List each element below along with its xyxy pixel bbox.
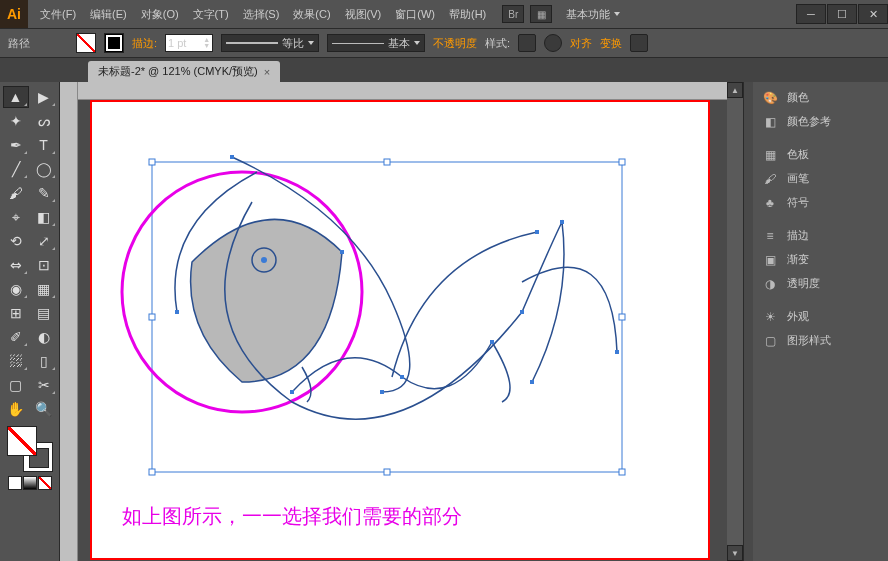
lasso-tool[interactable]: ᔕ: [31, 110, 57, 132]
appearance-icon: ☀: [761, 310, 779, 324]
menu-window[interactable]: 窗口(W): [389, 3, 441, 26]
column-graph-tool[interactable]: ▯: [31, 350, 57, 372]
menu-type[interactable]: 文字(T): [187, 3, 235, 26]
fill-stroke-control[interactable]: [7, 426, 53, 472]
artboard[interactable]: 如上图所示，一一选择我们需要的部分: [90, 100, 710, 560]
svg-rect-16: [380, 390, 384, 394]
panel-transparency[interactable]: ◑透明度: [753, 272, 888, 295]
gradient-tool[interactable]: ▤: [31, 302, 57, 324]
pencil-tool[interactable]: ✎: [31, 182, 57, 204]
maximize-button[interactable]: ☐: [827, 4, 857, 24]
artboard-tool[interactable]: ▢: [3, 374, 29, 396]
width-tool[interactable]: ⇔: [3, 254, 29, 276]
symbol-sprayer-tool[interactable]: ⛆: [3, 350, 29, 372]
workspace-switcher[interactable]: 基本功能: [566, 7, 620, 22]
isolate-icon[interactable]: [630, 34, 648, 52]
direct-selection-tool[interactable]: ▶: [31, 86, 57, 108]
stroke-swatch[interactable]: [104, 33, 124, 53]
opacity-label[interactable]: 不透明度: [433, 36, 477, 51]
document-tab-label: 未标题-2* @ 121% (CMYK/预览): [98, 64, 258, 79]
arrange-icon[interactable]: ▦: [530, 5, 552, 23]
close-button[interactable]: ✕: [858, 4, 888, 24]
workspace-label: 基本功能: [566, 7, 610, 22]
bridge-icon[interactable]: Br: [502, 5, 524, 23]
menu-view[interactable]: 视图(V): [339, 3, 388, 26]
magic-wand-tool[interactable]: ✦: [3, 110, 29, 132]
slice-tool[interactable]: ✂: [31, 374, 57, 396]
panel-stroke[interactable]: ≡描边: [753, 224, 888, 247]
vertical-scrollbar[interactable]: ▲ ▼: [727, 82, 743, 561]
rotate-tool[interactable]: ⟲: [3, 230, 29, 252]
hand-tool[interactable]: ✋: [3, 398, 29, 420]
menu-edit[interactable]: 编辑(E): [84, 3, 133, 26]
svg-rect-4: [149, 159, 155, 165]
scroll-down-button[interactable]: ▼: [727, 545, 743, 561]
eraser-tool[interactable]: ◧: [31, 206, 57, 228]
recolor-icon[interactable]: [544, 34, 562, 52]
transform-label[interactable]: 变换: [600, 36, 622, 51]
minimize-button[interactable]: ─: [796, 4, 826, 24]
scale-tool[interactable]: ⤢: [31, 230, 57, 252]
panel-symbols[interactable]: ♣符号: [753, 191, 888, 214]
chevron-down-icon: [614, 12, 620, 16]
gradient-mode-icon[interactable]: [23, 476, 37, 490]
menu-effect[interactable]: 效果(C): [287, 3, 336, 26]
ruler-horizontal[interactable]: [78, 82, 727, 100]
panel-graphic-styles[interactable]: ▢图形样式: [753, 329, 888, 352]
perspective-grid-tool[interactable]: ▦: [31, 278, 57, 300]
menu-select[interactable]: 选择(S): [237, 3, 286, 26]
type-tool[interactable]: T: [31, 134, 57, 156]
eyedropper-tool[interactable]: ✐: [3, 326, 29, 348]
panel-gradient[interactable]: ▣渐变: [753, 248, 888, 271]
app-logo: Ai: [0, 0, 28, 28]
ellipse-tool[interactable]: ◯: [31, 158, 57, 180]
svg-rect-7: [149, 314, 155, 320]
pen-tool[interactable]: ✒: [3, 134, 29, 156]
dock-collapse-strip[interactable]: [743, 82, 753, 561]
menu-object[interactable]: 对象(O): [135, 3, 185, 26]
svg-rect-5: [384, 159, 390, 165]
panel-color[interactable]: 🎨颜色: [753, 86, 888, 109]
artwork: [92, 102, 712, 561]
svg-rect-23: [530, 380, 534, 384]
svg-rect-13: [340, 250, 344, 254]
menu-file[interactable]: 文件(F): [34, 3, 82, 26]
svg-rect-22: [615, 350, 619, 354]
panel-color-guide[interactable]: ◧颜色参考: [753, 110, 888, 133]
svg-rect-18: [490, 340, 494, 344]
style-thumb[interactable]: [518, 34, 536, 52]
stroke-weight-input[interactable]: 1 pt▲▼: [165, 34, 213, 52]
window-controls: ─ ☐ ✕: [795, 4, 888, 24]
selection-tool[interactable]: ▲: [3, 86, 29, 108]
line-tool[interactable]: ╱: [3, 158, 29, 180]
none-mode-icon[interactable]: [38, 476, 52, 490]
swatches-icon: ▦: [761, 148, 779, 162]
mesh-tool[interactable]: ⊞: [3, 302, 29, 324]
tools-panel: ▲ ▶ ✦ ᔕ ✒ T ╱ ◯ 🖌 ✎ ⌖ ◧ ⟲ ⤢ ⇔ ⊡ ◉ ▦ ⊞ ▤ …: [0, 82, 60, 561]
caption-text: 如上图所示，一一选择我们需要的部分: [122, 503, 462, 530]
panel-brushes[interactable]: 🖌画笔: [753, 167, 888, 190]
ruler-vertical[interactable]: [60, 82, 78, 561]
svg-rect-20: [535, 230, 539, 234]
shape-builder-tool[interactable]: ◉: [3, 278, 29, 300]
blob-brush-tool[interactable]: ⌖: [3, 206, 29, 228]
menu-help[interactable]: 帮助(H): [443, 3, 492, 26]
panel-swatches[interactable]: ▦色板: [753, 143, 888, 166]
free-transform-tool[interactable]: ⊡: [31, 254, 57, 276]
document-tab[interactable]: 未标题-2* @ 121% (CMYK/预览) ×: [88, 61, 280, 82]
align-label[interactable]: 对齐: [570, 36, 592, 51]
transparency-icon: ◑: [761, 277, 779, 291]
blend-tool[interactable]: ◐: [31, 326, 57, 348]
width-profile-combo[interactable]: 等比: [221, 34, 319, 52]
color-mode-icon[interactable]: [8, 476, 22, 490]
tab-close-icon[interactable]: ×: [264, 66, 270, 78]
canvas[interactable]: 如上图所示，一一选择我们需要的部分: [78, 100, 727, 561]
stroke-label[interactable]: 描边:: [132, 36, 157, 51]
zoom-tool[interactable]: 🔍: [31, 398, 57, 420]
scroll-up-button[interactable]: ▲: [727, 82, 743, 98]
brush-definition-combo[interactable]: 基本: [327, 34, 425, 52]
fill-swatch[interactable]: [76, 33, 96, 53]
svg-rect-11: [619, 469, 625, 475]
panel-appearance[interactable]: ☀外观: [753, 305, 888, 328]
paintbrush-tool[interactable]: 🖌: [3, 182, 29, 204]
